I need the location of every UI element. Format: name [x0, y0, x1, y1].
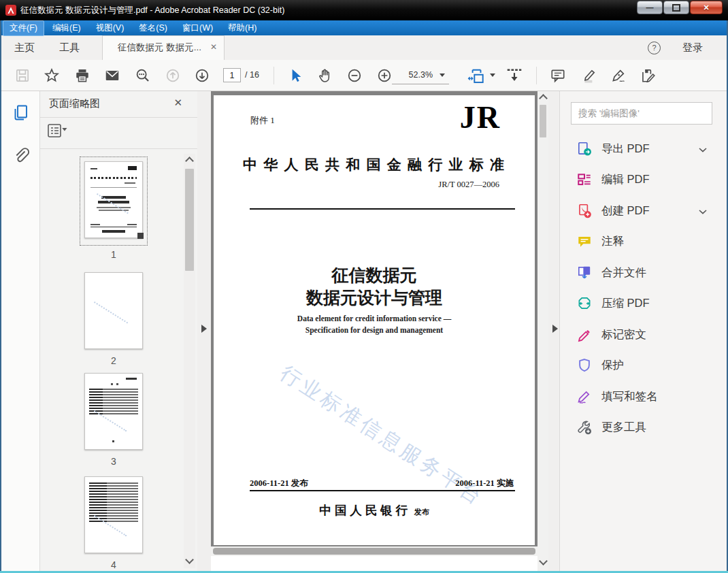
previous-page-icon[interactable]	[165, 67, 181, 84]
menu-item-view[interactable]: 视图(V)	[89, 20, 131, 36]
fit-dropdown-caret[interactable]	[490, 73, 495, 77]
zoom-level-value[interactable]: 52.3%	[393, 70, 433, 80]
chevron-down-icon[interactable]	[698, 206, 708, 213]
chevron-down-icon[interactable]	[698, 144, 708, 151]
tool-label: 保护	[601, 358, 624, 373]
tools-panel: 导出 PDF编辑 PDF创建 PDF注释合并文件压缩 PDF标记密文保护填写和签…	[559, 91, 728, 571]
more-tools-icon	[576, 419, 593, 436]
zoom-out-icon[interactable]	[346, 67, 363, 84]
sign-pen-icon[interactable]	[610, 67, 627, 84]
tool-comment[interactable]: 注释	[560, 227, 728, 258]
page-number-input[interactable]	[223, 68, 241, 82]
main-toolbar: / 16 52.3%	[0, 60, 728, 91]
thumbnail-page-1[interactable]: 1	[40, 157, 187, 260]
tool-export-pdf[interactable]: 导出 PDF	[560, 133, 728, 165]
panel-close-icon[interactable]: ✕	[173, 97, 182, 108]
menu-item-edit[interactable]: 编辑(E)	[46, 20, 88, 36]
tool-label: 压缩 PDF	[601, 296, 650, 311]
publisher-line: 中国人民银行 发布	[214, 502, 535, 519]
tool-protect[interactable]: 保护	[560, 350, 728, 382]
publisher: 中国人民银行	[319, 504, 411, 517]
document-tab[interactable]: 征信数据元 数据元... ✕	[102, 35, 225, 60]
login-button[interactable]: 登录	[682, 35, 703, 60]
thumbnail-page-label: 1	[40, 249, 187, 260]
print-icon[interactable]	[74, 67, 90, 84]
tool-fill-sign[interactable]: 填写和签名	[560, 381, 728, 412]
tab-tools[interactable]: 工具	[59, 35, 80, 60]
panel-title: 页面缩略图	[49, 97, 100, 110]
publisher-suffix: 发布	[414, 508, 429, 516]
scroll-up-icon[interactable]	[185, 157, 194, 165]
create-pdf-icon	[576, 203, 593, 219]
body-area: 页面缩略图 ✕ 1234 附件 1 JR 中 华	[0, 91, 728, 571]
minimize-button[interactable]: —	[637, 1, 663, 14]
tool-label: 创建 PDF	[601, 203, 650, 218]
hand-tool-icon[interactable]	[316, 67, 333, 84]
highlight-tool-icon[interactable]	[581, 67, 597, 84]
search-icon[interactable]	[135, 67, 151, 84]
window-title: 征信数据元 数据元设计与管理.pdf - Adobe Acrobat Reade…	[20, 5, 284, 16]
tool-label: 标记密文	[601, 327, 646, 342]
comment-tool-icon[interactable]	[550, 67, 566, 84]
collapse-left-panel-icon[interactable]	[201, 325, 207, 333]
tool-edit-pdf[interactable]: 编辑 PDF	[560, 165, 728, 196]
next-page-icon[interactable]	[194, 67, 210, 84]
thumbnail-scrollbar[interactable]	[184, 154, 195, 568]
jr-logo: JR	[460, 102, 501, 133]
menu-item-file[interactable]: 文件(F)	[3, 20, 44, 36]
thumbnail-page-2[interactable]: 2	[40, 272, 187, 366]
menu-bar: 文件(F)编辑(E)视图(V)签名(S)窗口(W)帮助(H)	[0, 20, 728, 35]
tool-compress-pdf[interactable]: 压缩 PDF	[560, 289, 728, 320]
help-icon[interactable]: ?	[648, 42, 661, 54]
email-icon[interactable]	[104, 67, 120, 84]
doc-title-line2: 数据元设计与管理	[214, 286, 535, 309]
page-thumbnails-panel: 页面缩略图 ✕ 1234	[39, 91, 197, 571]
page-thumbnails-icon[interactable]	[12, 103, 31, 122]
scroll-mode-icon[interactable]	[506, 67, 523, 84]
comment-icon	[576, 233, 593, 250]
thumbnail-page-3[interactable]: 3	[40, 373, 187, 467]
zoom-in-icon[interactable]	[376, 67, 393, 84]
maximize-button[interactable]	[663, 1, 689, 14]
fit-width-icon[interactable]	[467, 67, 486, 84]
document-area: 附件 1 JR 中 华 人 民 共 和 国 金 融 行 业 标 准 JR/T 0…	[211, 91, 537, 571]
tool-create-pdf[interactable]: 创建 PDF	[560, 195, 728, 227]
thumbnail-page-4[interactable]: 4	[40, 476, 187, 570]
scroll-down-icon[interactable]	[185, 555, 194, 564]
thumbnail-options-button[interactable]	[47, 122, 73, 139]
tool-redact[interactable]: 标记密文	[560, 319, 728, 350]
close-button[interactable]: ✕	[690, 1, 723, 14]
close-tab-icon[interactable]: ✕	[210, 43, 217, 51]
menu-item-help[interactable]: 帮助(H)	[221, 20, 263, 36]
vertical-scrollbar[interactable]	[537, 91, 548, 571]
tools-search-input[interactable]	[571, 102, 712, 125]
edit-pdf-icon	[576, 171, 593, 188]
tool-more-tools[interactable]: 更多工具	[560, 412, 728, 444]
zoom-dropdown-caret[interactable]	[440, 73, 445, 77]
collapse-right-panel-icon[interactable]	[552, 325, 558, 333]
tab-home[interactable]: 主页	[14, 35, 35, 60]
page-total-label: / 16	[245, 70, 259, 80]
tool-label: 编辑 PDF	[601, 172, 650, 187]
menu-item-window[interactable]: 窗口(W)	[176, 20, 220, 36]
implement-date: 2006-11-21 实施	[455, 478, 514, 489]
standard-number: JR/T 0027—2006	[438, 180, 499, 190]
tool-combine-files[interactable]: 合并文件	[560, 257, 728, 289]
pdf-app-icon	[5, 5, 16, 16]
menu-item-sign[interactable]: 签名(S)	[132, 20, 174, 36]
attachments-paperclip-icon[interactable]	[12, 146, 31, 165]
footer-rule	[250, 490, 515, 491]
scroll-down-icon[interactable]	[539, 557, 548, 566]
thumbnail-page-label: 2	[40, 355, 187, 366]
select-tool-icon[interactable]	[287, 67, 303, 84]
issue-date: 2006-11-21 发布	[250, 478, 308, 489]
scroll-up-icon[interactable]	[539, 94, 548, 103]
save-icon[interactable]	[14, 67, 31, 84]
navigation-icon-strip	[1, 91, 39, 571]
tool-label: 更多工具	[601, 420, 646, 435]
tool-label: 导出 PDF	[601, 142, 650, 157]
horizontal-scrollbar[interactable]	[211, 546, 537, 556]
fill-sign-tool-icon[interactable]	[640, 67, 656, 84]
thumbnail-page-label: 4	[40, 559, 187, 570]
star-favorites-icon[interactable]	[44, 67, 60, 84]
